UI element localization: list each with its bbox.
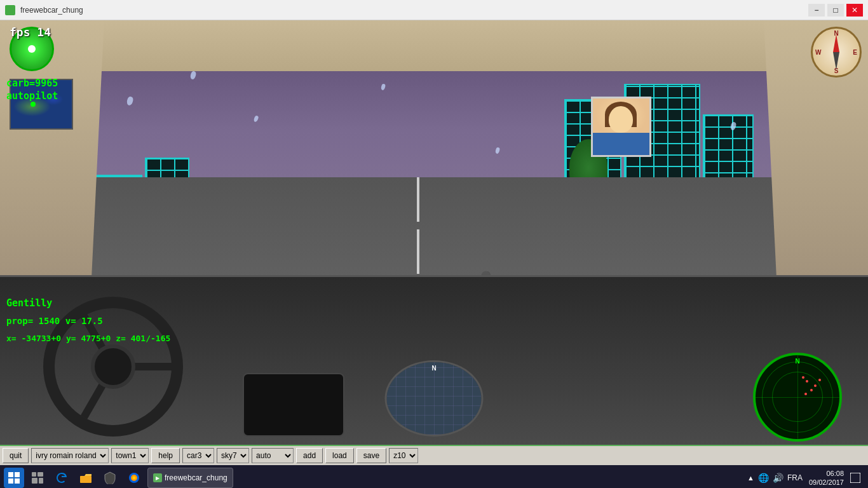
svg-rect-3 (39, 478, 43, 484)
taskbar-clock[interactable]: 06:08 09/02/2017 (809, 469, 844, 487)
compass-east: E (853, 49, 857, 56)
win-grid-cell-4 (15, 478, 20, 484)
quit-button[interactable]: quit (3, 448, 29, 463)
edge-button[interactable] (51, 467, 72, 488)
game-viewport: N N carb=9965 autopilot fps 14 Gent (0, 20, 868, 445)
taskbar-time-value: 06:08 (809, 469, 844, 478)
radar-north-label: N (795, 358, 799, 365)
win-grid-cell-2 (15, 472, 20, 477)
security-icon (104, 471, 116, 484)
win-grid-cell-1 (8, 472, 13, 477)
person-face (609, 106, 633, 133)
compass-needle-north (833, 34, 839, 52)
notification-icon (850, 473, 860, 483)
task-view-button[interactable] (27, 467, 48, 488)
radar-blip-5 (818, 379, 821, 381)
notification-center-button[interactable] (846, 469, 864, 487)
road-marking-center (417, 177, 419, 222)
map-north-label: N (431, 365, 436, 372)
z-select[interactable]: z10 z1 z5 z20 (389, 448, 418, 463)
hud-prop-velocity: prop= 1540 v= 17.5 (6, 316, 103, 326)
help-button[interactable]: help (151, 448, 180, 463)
taskbar-date-value: 09/02/2017 (809, 478, 844, 487)
tray-expand-icon[interactable]: ▲ (747, 474, 754, 482)
center-map-display: N (385, 360, 484, 437)
task-view-icon (32, 472, 43, 484)
radar-blip-4 (810, 389, 813, 391)
car-select[interactable]: car1 car2 car3 car4 (182, 448, 214, 463)
toolbar: quit ivry romain roland gentilly paris-c… (0, 445, 868, 465)
compass-background: N S E W (811, 27, 862, 78)
start-button[interactable] (4, 468, 24, 488)
road-marking-center-2 (417, 229, 419, 274)
svg-rect-4 (80, 476, 92, 483)
person-body (593, 133, 649, 156)
steering-hub (91, 344, 135, 389)
location-select[interactable]: ivry romain roland gentilly paris-centre (31, 448, 109, 463)
svg-rect-2 (32, 478, 37, 484)
svg-rect-1 (37, 472, 43, 477)
compass-west: W (815, 49, 821, 56)
radar-display: N (753, 353, 842, 442)
instrument-cluster (243, 373, 344, 437)
map-tiles (387, 362, 482, 435)
titlebar: freewebcar_chung − □ ✕ (0, 0, 868, 20)
language-label: FRA (787, 473, 803, 482)
sky-select[interactable]: sky7 sky1 (217, 448, 249, 463)
hud-autopilot-status: autopilot (6, 90, 58, 102)
auto-select[interactable]: auto manual (252, 448, 294, 463)
hud-carb-value: carb=9965 (6, 78, 58, 89)
person-photo (591, 97, 651, 157)
game-app-icon: ▶ (153, 473, 162, 482)
person-figure (593, 98, 649, 155)
file-explorer-button[interactable] (75, 467, 97, 488)
town-select[interactable]: town1 town2 town3 (111, 448, 149, 463)
map-circle: N (385, 360, 484, 437)
compass-needle-south (833, 52, 839, 70)
active-app-label: freewebcar_chung (165, 473, 227, 482)
firefox-icon (128, 471, 140, 484)
security-button[interactable] (99, 467, 121, 488)
minimap-position-marker (31, 102, 36, 107)
close-button[interactable]: ✕ (846, 4, 863, 17)
svg-rect-10 (850, 473, 860, 483)
load-button[interactable]: load (325, 448, 354, 463)
radar-blip-3 (802, 376, 804, 379)
network-icon: 🌐 (758, 473, 769, 483)
hud-location: Gentilly (6, 297, 52, 309)
minimize-button[interactable]: − (808, 4, 825, 17)
save-button[interactable]: save (356, 448, 386, 463)
edge-icon (55, 471, 68, 484)
system-tray: ▲ 🌐 🔊 FRA (743, 473, 806, 483)
hud-coordinates: x= -34733+0 y= 4775+0 z= 401/-165 (6, 334, 170, 343)
firefox-button[interactable] (123, 467, 145, 488)
file-explorer-icon (79, 472, 92, 484)
radar-sweep (797, 397, 842, 442)
dashboard: N N (0, 275, 868, 445)
car-roof (0, 20, 868, 71)
svg-rect-0 (32, 472, 36, 477)
green-dot (28, 45, 36, 53)
compass-rose: N S E W (811, 27, 862, 78)
hud-fps: fps 14 (10, 25, 51, 39)
windows-icon (8, 472, 20, 484)
taskbar: ▶ freewebcar_chung ▲ 🌐 🔊 FRA 06:08 09/02… (0, 465, 868, 488)
window-controls: − □ ✕ (808, 4, 863, 17)
add-button[interactable]: add (296, 448, 323, 463)
svg-point-7 (133, 477, 136, 480)
svg-text:▶: ▶ (156, 475, 160, 481)
active-app-button[interactable]: ▶ freewebcar_chung (147, 468, 233, 488)
window-title: freewebcar_chung (20, 6, 83, 15)
app-icon (5, 5, 15, 15)
radar-blip-6 (804, 393, 807, 395)
maximize-button[interactable]: □ (827, 4, 844, 17)
volume-icon[interactable]: 🔊 (773, 473, 783, 483)
win-grid-cell-3 (8, 478, 13, 484)
